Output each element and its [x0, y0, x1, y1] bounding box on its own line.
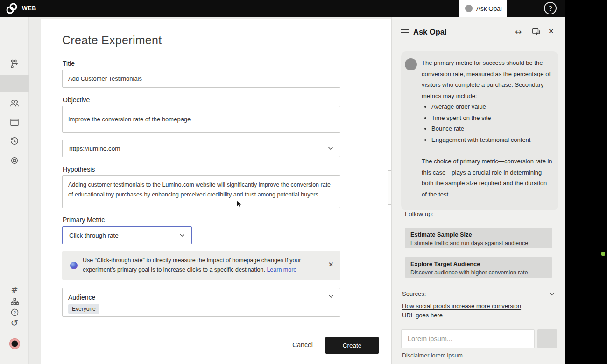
- hypothesis-input[interactable]: Adding customer testimonials to the Lumi…: [62, 175, 340, 208]
- opal-avatar-icon: [465, 5, 473, 12]
- menu-icon[interactable]: [401, 29, 409, 35]
- create-button[interactable]: Create: [325, 337, 379, 354]
- sidebar-item-audiences[interactable]: [0, 94, 29, 112]
- audience-label: Audience: [68, 294, 95, 301]
- expand-icon[interactable]: ↔: [515, 27, 522, 36]
- flow-icon: [9, 58, 20, 70]
- recording-dot: [601, 252, 605, 256]
- svg-text:?: ?: [13, 310, 15, 315]
- app-logo-icon: [5, 1, 19, 15]
- main-area: Create Experiment Title Add Customer Tes…: [29, 17, 391, 364]
- user-avatar[interactable]: [0, 337, 29, 350]
- title-label: Title: [63, 60, 75, 67]
- close-icon[interactable]: ✕: [548, 27, 554, 35]
- panel-title: Ask Opal: [413, 28, 447, 36]
- primary-metric-label: Primary Metric: [63, 216, 105, 224]
- flask-icon: [9, 78, 20, 89]
- sidebar-item-undo[interactable]: ↺: [0, 316, 29, 329]
- help-icon[interactable]: ?: [544, 2, 557, 14]
- source-link[interactable]: URL goes here: [402, 312, 443, 319]
- opal-message-bubble: The primary metric for success should be…: [401, 51, 558, 210]
- undo-icon: ↺: [11, 318, 19, 328]
- objective-input[interactable]: Improve the conversion rate of the homep…: [62, 106, 340, 133]
- ask-opal-tab-label: Ask Opal: [476, 5, 502, 12]
- follow-up-explore-target-audience[interactable]: Explore Target Audience Discover audienc…: [405, 257, 552, 278]
- avatar-icon: [9, 338, 20, 349]
- list-item: Time spent on the site: [431, 112, 552, 124]
- create-experiment-card: Create Experiment Title Add Customer Tes…: [41, 19, 391, 364]
- help-circle-icon: ?: [10, 308, 20, 317]
- metric-suggestion-banner: Use “Click-through rate” to directly mea…: [62, 251, 340, 280]
- hash-icon: #: [11, 286, 18, 294]
- list-item: Bounce rate: [431, 123, 552, 134]
- page-title: Create Experiment: [62, 34, 162, 47]
- list-item: Average order value: [431, 101, 552, 112]
- left-sidebar: # ? ↺: [0, 17, 29, 364]
- pages-icon: [9, 117, 20, 128]
- close-icon[interactable]: ✕: [328, 260, 334, 269]
- ask-opal-tab[interactable]: Ask Opal: [459, 0, 507, 17]
- secondary-metrics-list: Average order value Time spent on the si…: [422, 101, 552, 145]
- org-chart-icon: [10, 297, 20, 307]
- primary-metric-select[interactable]: Click through rate: [62, 226, 192, 244]
- opal-sphere-icon: [70, 262, 78, 269]
- chat-input[interactable]: [401, 329, 535, 348]
- chevron-down-icon: [328, 294, 334, 298]
- banner-text: Use “Click-through rate” to directly mea…: [83, 256, 316, 274]
- gear-icon: [9, 155, 20, 166]
- opal-message: The primary metric for success should be…: [422, 57, 552, 200]
- history-icon: [9, 136, 20, 147]
- chevron-down-icon: [328, 147, 333, 150]
- open-in-window-icon[interactable]: [531, 28, 541, 36]
- top-bar: WEB Ask Opal ?: [0, 0, 607, 17]
- sidebar-item-pages[interactable]: [0, 113, 29, 131]
- cancel-button[interactable]: Cancel: [284, 341, 321, 349]
- sidebar-item-history[interactable]: [0, 133, 29, 150]
- list-item: Engagement with testimonial content: [431, 134, 552, 146]
- sidebar-item-experiments[interactable]: [0, 75, 29, 92]
- chevron-down-icon[interactable]: [549, 292, 555, 296]
- chevron-down-icon: [179, 233, 185, 237]
- audience-chip[interactable]: Everyone: [68, 304, 99, 314]
- sidebar-item-flows[interactable]: [0, 55, 29, 73]
- source-link[interactable]: How social proofs increase more conversi…: [402, 302, 521, 309]
- product-label: WEB: [22, 5, 36, 12]
- sidebar-item-settings[interactable]: [0, 152, 29, 169]
- send-button[interactable]: [537, 329, 557, 348]
- divider: [401, 286, 558, 286]
- ask-opal-panel: Ask Opal ↔ ✕ The primary metric for succ…: [391, 17, 565, 364]
- hypothesis-label: Hypothesis: [63, 166, 95, 173]
- title-input[interactable]: Add Customer Testimonials: [62, 70, 340, 88]
- audience-select[interactable]: Audience Everyone: [62, 288, 340, 317]
- audiences-icon: [9, 98, 20, 109]
- disclaimer-text: Disclaimer lorem ipsum: [402, 352, 463, 359]
- url-select[interactable]: https://lumino.com: [62, 140, 340, 157]
- objective-label: Objective: [63, 96, 90, 104]
- follow-up-label: Follow up:: [405, 210, 434, 217]
- scrollbar-thumb[interactable]: [388, 170, 391, 205]
- mouse-cursor-icon: [235, 200, 243, 209]
- opal-avatar-icon: [405, 58, 417, 70]
- learn-more-link[interactable]: Learn more: [267, 266, 296, 273]
- letterbox-strip: [565, 0, 607, 364]
- follow-up-estimate-sample-size[interactable]: Estimate Sample Size Estimate traffic an…: [405, 228, 552, 248]
- sources-label: Sources:: [402, 290, 426, 297]
